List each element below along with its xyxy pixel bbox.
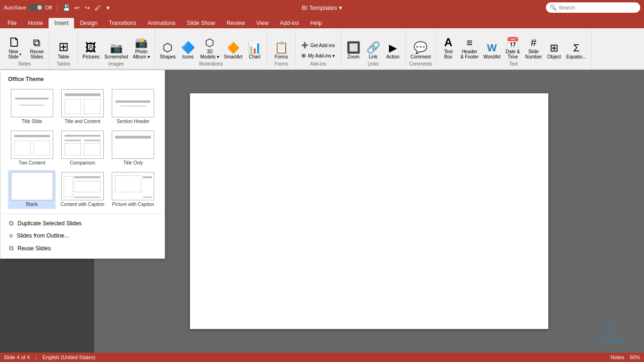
- language-info: English (United States): [42, 354, 96, 360]
- layout-title-content[interactable]: Title and Content: [58, 87, 106, 126]
- reuse-slides-item[interactable]: ⧉ Reuse Slides: [4, 242, 161, 255]
- photo-album-button[interactable]: 📸 PhotoAlbum ▾: [131, 36, 152, 60]
- object-icon: ⊞: [550, 42, 558, 54]
- title-bar-left: AutoSave Off | 💾 ↩ ↪ 🖊 ▾: [4, 4, 112, 11]
- shapes-button[interactable]: ⬡ Shapes: [158, 40, 178, 60]
- layout-thumb-title-content: [61, 89, 104, 117]
- tables-group-label: Tables: [57, 60, 70, 67]
- layout-thumb-picture-caption: [112, 172, 154, 200]
- layout-two-content[interactable]: Two Content: [8, 129, 56, 167]
- redo-icon[interactable]: ↪: [83, 4, 91, 11]
- tab-animations[interactable]: Animations: [142, 18, 181, 28]
- ribbon: 🗋 NewSlide ▾ ⧉ ReuseSlides Slides ⊞ Tabl…: [0, 28, 644, 70]
- layout-label-comparison: Comparison: [70, 160, 95, 165]
- forms-button[interactable]: 📋 Forms: [272, 40, 291, 60]
- pencil-icon[interactable]: 🖊: [94, 4, 101, 11]
- ribbon-group-forms: 📋 Forms Forms: [267, 29, 296, 68]
- photo-album-label: PhotoAlbum ▾: [133, 49, 150, 59]
- table-button[interactable]: ⊞ Table: [54, 39, 73, 60]
- layout-label-title-only: Title Only: [123, 160, 143, 165]
- zoom-button[interactable]: 🔲 Zoom: [344, 40, 363, 60]
- chart-label: Chart: [249, 54, 260, 59]
- my-addins-label: My Add-ins ▾: [308, 53, 335, 58]
- textbox-button[interactable]: A TextBox: [439, 35, 458, 60]
- reuse-slides-button[interactable]: ⧉ ReuseSlides: [27, 36, 46, 60]
- tab-addins[interactable]: Add-ins: [274, 18, 305, 28]
- addins-group-content: ➕ Get Add-ins ⊕ My Add-ins ▾: [298, 30, 338, 60]
- table-icon: ⊞: [58, 40, 69, 54]
- object-button[interactable]: ⊞ Object: [545, 41, 563, 60]
- 3d-models-button[interactable]: ⬡ 3DModels ▾: [198, 36, 221, 60]
- smartart-label: SmartArt: [224, 54, 242, 59]
- tab-help[interactable]: Help: [305, 18, 328, 28]
- title-dropdown-arrow[interactable]: ▾: [339, 4, 342, 11]
- duplicate-slides-item[interactable]: ⧉ Duplicate Selected Slides: [4, 217, 161, 230]
- icons-label: Icons: [182, 54, 194, 59]
- customize-qat-icon[interactable]: ▾: [104, 4, 112, 11]
- chart-button[interactable]: 📊 Chart: [245, 40, 264, 60]
- action-button[interactable]: ▶ Action: [384, 41, 403, 60]
- ribbon-group-comments: 💬 Comment Comments: [406, 29, 436, 68]
- link-label: Link: [369, 54, 377, 59]
- notes-button[interactable]: Notes: [611, 354, 624, 360]
- forms-label: Forms: [275, 54, 288, 59]
- layout-comparison[interactable]: Comparison: [58, 129, 106, 167]
- link-button[interactable]: 🔗 Link: [364, 40, 383, 60]
- comment-icon: 💬: [413, 41, 428, 54]
- comment-button[interactable]: 💬 Comment: [409, 40, 433, 60]
- ribbon-group-images: 🖼 Pictures 📷 Screenshot 📸 PhotoAlbum ▾ I…: [78, 29, 155, 68]
- slide-number-label: SlideNumber: [525, 49, 542, 59]
- wordart-button[interactable]: W WordArt: [481, 41, 503, 60]
- tab-design[interactable]: Design: [74, 18, 103, 28]
- date-time-button[interactable]: 📅 Date &Time: [504, 36, 522, 60]
- slides-from-outline-item[interactable]: ≡ Slides from Outline...: [4, 230, 161, 242]
- slide-canvas: ⬡ SUBSCRIBE: [190, 93, 548, 329]
- slides-from-outline-label: Slides from Outline...: [17, 232, 69, 239]
- new-slide-dropdown: Office Theme Title Slide Title and Conte…: [0, 70, 165, 259]
- new-slide-button[interactable]: 🗋 NewSlide ▾: [3, 35, 26, 60]
- search-icon: 🔍: [550, 4, 557, 11]
- text-group-label: Text: [509, 60, 518, 67]
- tab-slideshow[interactable]: Slide Show: [181, 18, 221, 28]
- tab-view[interactable]: View: [251, 18, 274, 28]
- new-slide-arrow[interactable]: ▾: [19, 52, 21, 57]
- layout-label-two-content: Two Content: [19, 160, 45, 165]
- layout-content-caption[interactable]: Content with Caption: [58, 170, 106, 209]
- smartart-button[interactable]: 🔶 SmartArt: [222, 41, 244, 60]
- icons-button[interactable]: 🔷 Icons: [179, 40, 198, 60]
- tab-home[interactable]: Home: [22, 18, 49, 28]
- layout-blank[interactable]: Blank: [8, 170, 56, 209]
- save-icon[interactable]: 💾: [63, 4, 70, 11]
- autosave-toggle[interactable]: [28, 4, 43, 11]
- ribbon-group-text: A TextBox ≡ Header& Footer W WordArt 📅 D…: [436, 29, 592, 68]
- slide-number-button[interactable]: # SlideNumber: [523, 36, 544, 60]
- tab-review[interactable]: Review: [221, 18, 250, 28]
- search-input[interactable]: [559, 5, 634, 10]
- my-addins-button[interactable]: ⊕ My Add-ins ▾: [298, 51, 338, 60]
- layout-picture-caption[interactable]: Picture with Caption: [109, 170, 157, 209]
- header-footer-button[interactable]: ≡ Header& Footer: [459, 36, 480, 60]
- layout-label-picture-caption: Picture with Caption: [112, 202, 154, 207]
- images-group-label: Images: [108, 60, 124, 67]
- tab-file[interactable]: File: [2, 18, 22, 28]
- equation-icon: Σ: [573, 42, 580, 54]
- get-addins-icon: ➕: [301, 42, 308, 49]
- screenshot-button[interactable]: 📷 Screenshot: [102, 41, 130, 60]
- layout-section-header[interactable]: Section Header: [109, 87, 157, 126]
- tab-transitions[interactable]: Transitions: [103, 18, 142, 28]
- layout-title-slide[interactable]: Title Slide: [8, 87, 56, 126]
- tab-insert[interactable]: Insert: [49, 18, 74, 28]
- dropdown-separator: [4, 214, 161, 214]
- layout-label-section-header: Section Header: [117, 119, 149, 124]
- pictures-button[interactable]: 🖼 Pictures: [81, 40, 101, 60]
- search-box[interactable]: 🔍: [546, 2, 640, 13]
- comments-group-content: 💬 Comment: [409, 30, 433, 60]
- ribbon-tabs: File Home Insert Design Transitions Anim…: [0, 15, 644, 28]
- layout-thumb-comparison: [61, 131, 104, 159]
- equation-button[interactable]: Σ Equatio...: [564, 41, 588, 60]
- app-name: BI Templates: [302, 4, 337, 11]
- undo-icon[interactable]: ↩: [73, 4, 81, 11]
- layout-title-only[interactable]: Title Only: [109, 129, 157, 167]
- get-addins-button[interactable]: ➕ Get Add-ins: [298, 41, 338, 50]
- text-group-content: A TextBox ≡ Header& Footer W WordArt 📅 D…: [439, 30, 588, 60]
